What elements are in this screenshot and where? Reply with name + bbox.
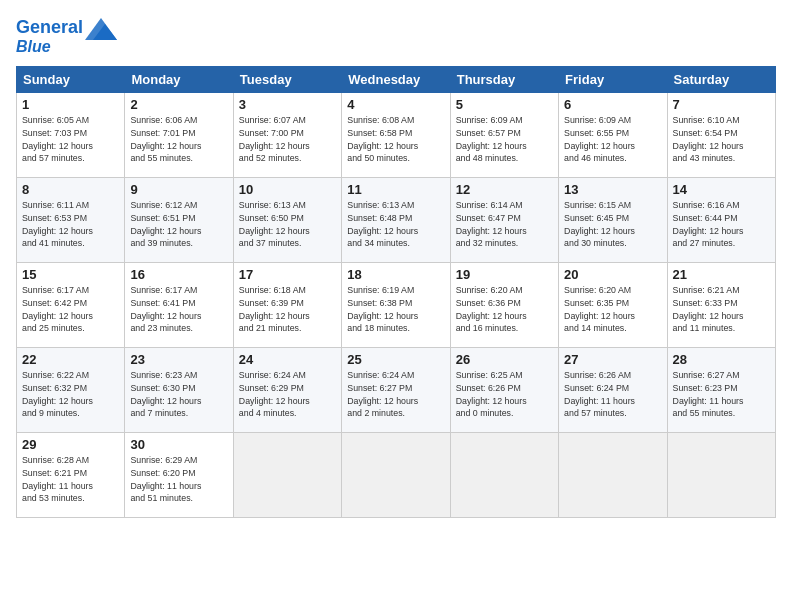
page: General Blue Sunday Monday Tuesday Wedne… [0, 0, 792, 612]
day-info: Sunrise: 6:14 AMSunset: 6:47 PMDaylight:… [456, 199, 553, 250]
day-number: 3 [239, 97, 336, 112]
logo-blue: Blue [16, 38, 51, 55]
calendar-cell: 30Sunrise: 6:29 AMSunset: 6:20 PMDayligh… [125, 433, 233, 518]
calendar-cell: 28Sunrise: 6:27 AMSunset: 6:23 PMDayligh… [667, 348, 775, 433]
day-info: Sunrise: 6:18 AMSunset: 6:39 PMDaylight:… [239, 284, 336, 335]
day-number: 8 [22, 182, 119, 197]
day-info: Sunrise: 6:12 AMSunset: 6:51 PMDaylight:… [130, 199, 227, 250]
day-number: 13 [564, 182, 661, 197]
calendar-cell [342, 433, 450, 518]
calendar-cell: 7Sunrise: 6:10 AMSunset: 6:54 PMDaylight… [667, 93, 775, 178]
day-number: 20 [564, 267, 661, 282]
day-info: Sunrise: 6:17 AMSunset: 6:41 PMDaylight:… [130, 284, 227, 335]
col-friday: Friday [559, 67, 667, 93]
day-number: 25 [347, 352, 444, 367]
calendar-cell: 9Sunrise: 6:12 AMSunset: 6:51 PMDaylight… [125, 178, 233, 263]
day-info: Sunrise: 6:24 AMSunset: 6:27 PMDaylight:… [347, 369, 444, 420]
day-info: Sunrise: 6:20 AMSunset: 6:35 PMDaylight:… [564, 284, 661, 335]
calendar-cell [559, 433, 667, 518]
calendar-cell: 22Sunrise: 6:22 AMSunset: 6:32 PMDayligh… [17, 348, 125, 433]
day-info: Sunrise: 6:16 AMSunset: 6:44 PMDaylight:… [673, 199, 770, 250]
calendar-cell: 15Sunrise: 6:17 AMSunset: 6:42 PMDayligh… [17, 263, 125, 348]
day-number: 7 [673, 97, 770, 112]
calendar-cell: 1Sunrise: 6:05 AMSunset: 7:03 PMDaylight… [17, 93, 125, 178]
day-info: Sunrise: 6:13 AMSunset: 6:50 PMDaylight:… [239, 199, 336, 250]
day-info: Sunrise: 6:09 AMSunset: 6:55 PMDaylight:… [564, 114, 661, 165]
day-number: 12 [456, 182, 553, 197]
day-number: 29 [22, 437, 119, 452]
day-number: 16 [130, 267, 227, 282]
day-info: Sunrise: 6:26 AMSunset: 6:24 PMDaylight:… [564, 369, 661, 420]
day-info: Sunrise: 6:06 AMSunset: 7:01 PMDaylight:… [130, 114, 227, 165]
day-info: Sunrise: 6:17 AMSunset: 6:42 PMDaylight:… [22, 284, 119, 335]
calendar-cell: 11Sunrise: 6:13 AMSunset: 6:48 PMDayligh… [342, 178, 450, 263]
day-info: Sunrise: 6:20 AMSunset: 6:36 PMDaylight:… [456, 284, 553, 335]
col-sunday: Sunday [17, 67, 125, 93]
calendar-cell: 13Sunrise: 6:15 AMSunset: 6:45 PMDayligh… [559, 178, 667, 263]
col-thursday: Thursday [450, 67, 558, 93]
day-number: 14 [673, 182, 770, 197]
day-number: 11 [347, 182, 444, 197]
day-number: 10 [239, 182, 336, 197]
day-info: Sunrise: 6:21 AMSunset: 6:33 PMDaylight:… [673, 284, 770, 335]
day-number: 27 [564, 352, 661, 367]
day-number: 23 [130, 352, 227, 367]
col-monday: Monday [125, 67, 233, 93]
calendar-cell: 16Sunrise: 6:17 AMSunset: 6:41 PMDayligh… [125, 263, 233, 348]
calendar-cell: 4Sunrise: 6:08 AMSunset: 6:58 PMDaylight… [342, 93, 450, 178]
calendar-table: Sunday Monday Tuesday Wednesday Thursday… [16, 66, 776, 518]
day-info: Sunrise: 6:10 AMSunset: 6:54 PMDaylight:… [673, 114, 770, 165]
day-number: 4 [347, 97, 444, 112]
day-number: 26 [456, 352, 553, 367]
day-number: 5 [456, 97, 553, 112]
day-number: 19 [456, 267, 553, 282]
day-number: 28 [673, 352, 770, 367]
calendar-cell: 26Sunrise: 6:25 AMSunset: 6:26 PMDayligh… [450, 348, 558, 433]
calendar-cell: 17Sunrise: 6:18 AMSunset: 6:39 PMDayligh… [233, 263, 341, 348]
calendar-week-row: 15Sunrise: 6:17 AMSunset: 6:42 PMDayligh… [17, 263, 776, 348]
calendar-cell: 3Sunrise: 6:07 AMSunset: 7:00 PMDaylight… [233, 93, 341, 178]
calendar-cell [667, 433, 775, 518]
day-number: 1 [22, 97, 119, 112]
calendar-cell: 14Sunrise: 6:16 AMSunset: 6:44 PMDayligh… [667, 178, 775, 263]
logo-icon [85, 18, 117, 40]
calendar-cell: 8Sunrise: 6:11 AMSunset: 6:53 PMDaylight… [17, 178, 125, 263]
calendar-cell: 24Sunrise: 6:24 AMSunset: 6:29 PMDayligh… [233, 348, 341, 433]
logo: General Blue [16, 16, 117, 56]
day-info: Sunrise: 6:23 AMSunset: 6:30 PMDaylight:… [130, 369, 227, 420]
day-number: 30 [130, 437, 227, 452]
day-number: 17 [239, 267, 336, 282]
calendar-cell: 25Sunrise: 6:24 AMSunset: 6:27 PMDayligh… [342, 348, 450, 433]
day-info: Sunrise: 6:05 AMSunset: 7:03 PMDaylight:… [22, 114, 119, 165]
day-number: 2 [130, 97, 227, 112]
day-info: Sunrise: 6:08 AMSunset: 6:58 PMDaylight:… [347, 114, 444, 165]
calendar-header-row: Sunday Monday Tuesday Wednesday Thursday… [17, 67, 776, 93]
day-info: Sunrise: 6:24 AMSunset: 6:29 PMDaylight:… [239, 369, 336, 420]
col-saturday: Saturday [667, 67, 775, 93]
logo-text: General [16, 18, 83, 38]
calendar-cell: 18Sunrise: 6:19 AMSunset: 6:38 PMDayligh… [342, 263, 450, 348]
calendar-cell: 12Sunrise: 6:14 AMSunset: 6:47 PMDayligh… [450, 178, 558, 263]
calendar-week-row: 22Sunrise: 6:22 AMSunset: 6:32 PMDayligh… [17, 348, 776, 433]
day-info: Sunrise: 6:27 AMSunset: 6:23 PMDaylight:… [673, 369, 770, 420]
day-number: 9 [130, 182, 227, 197]
calendar-week-row: 8Sunrise: 6:11 AMSunset: 6:53 PMDaylight… [17, 178, 776, 263]
calendar-cell: 2Sunrise: 6:06 AMSunset: 7:01 PMDaylight… [125, 93, 233, 178]
header: General Blue [16, 16, 776, 56]
day-info: Sunrise: 6:07 AMSunset: 7:00 PMDaylight:… [239, 114, 336, 165]
calendar-week-row: 29Sunrise: 6:28 AMSunset: 6:21 PMDayligh… [17, 433, 776, 518]
col-wednesday: Wednesday [342, 67, 450, 93]
col-tuesday: Tuesday [233, 67, 341, 93]
calendar-cell [233, 433, 341, 518]
day-number: 21 [673, 267, 770, 282]
calendar-week-row: 1Sunrise: 6:05 AMSunset: 7:03 PMDaylight… [17, 93, 776, 178]
calendar-cell: 19Sunrise: 6:20 AMSunset: 6:36 PMDayligh… [450, 263, 558, 348]
day-info: Sunrise: 6:09 AMSunset: 6:57 PMDaylight:… [456, 114, 553, 165]
day-info: Sunrise: 6:13 AMSunset: 6:48 PMDaylight:… [347, 199, 444, 250]
day-info: Sunrise: 6:29 AMSunset: 6:20 PMDaylight:… [130, 454, 227, 505]
day-info: Sunrise: 6:11 AMSunset: 6:53 PMDaylight:… [22, 199, 119, 250]
day-info: Sunrise: 6:19 AMSunset: 6:38 PMDaylight:… [347, 284, 444, 335]
calendar-cell: 10Sunrise: 6:13 AMSunset: 6:50 PMDayligh… [233, 178, 341, 263]
day-number: 15 [22, 267, 119, 282]
day-number: 6 [564, 97, 661, 112]
